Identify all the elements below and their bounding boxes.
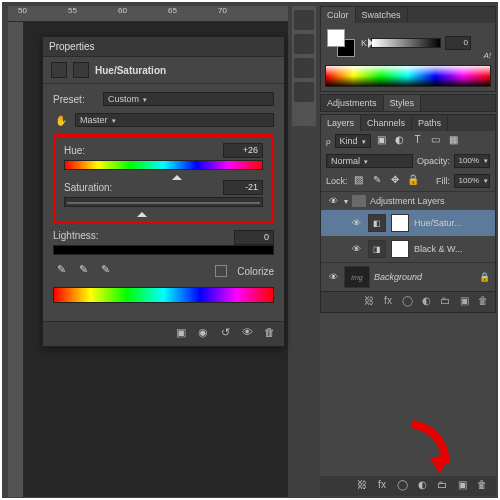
reset-icon[interactable]: ↺ — [216, 326, 234, 342]
filter-kind-dropdown[interactable]: Kind — [335, 134, 371, 148]
chevron-down-icon[interactable]: ▾ — [344, 197, 348, 206]
tab-adjustments[interactable]: Adjustments — [321, 95, 384, 111]
layer-style-icon[interactable]: fx — [380, 295, 396, 309]
hue-slider[interactable] — [64, 160, 263, 170]
filter-shape-icon[interactable]: ▭ — [429, 134, 443, 148]
colorize-checkbox[interactable] — [215, 265, 227, 277]
filter-type-icon[interactable]: T — [411, 134, 425, 148]
eyedropper-subtract-icon[interactable]: ✎ — [97, 263, 113, 279]
panel-icon[interactable] — [294, 58, 314, 78]
opacity-input[interactable]: 100% — [454, 154, 490, 168]
panel-icon[interactable] — [294, 82, 314, 102]
filter-pixel-icon[interactable]: ▣ — [375, 134, 389, 148]
color-spectrum[interactable] — [325, 65, 491, 87]
trash-icon[interactable]: 🗑 — [475, 295, 491, 309]
properties-tab[interactable]: Properties — [43, 37, 284, 57]
layer-row-background[interactable]: 👁 img Background 🔒 — [321, 262, 495, 291]
layer-name[interactable]: Hue/Satur... — [414, 218, 462, 228]
tab-paths[interactable]: Paths — [412, 115, 448, 131]
lightness-slider[interactable] — [53, 245, 274, 255]
view-previous-icon[interactable]: ◉ — [194, 326, 212, 342]
mask-icon[interactable] — [73, 62, 89, 78]
k-value-input[interactable]: 0 — [445, 36, 471, 50]
link-icon[interactable]: ⛓ — [354, 479, 370, 493]
lightness-input[interactable]: 0 — [234, 230, 274, 245]
panel-icon[interactable] — [294, 10, 314, 30]
hue-sat-layer-icon: ◧ — [368, 214, 386, 232]
link-layers-icon[interactable]: ⛓ — [361, 295, 377, 309]
new-layer-icon[interactable]: ▣ — [456, 295, 472, 309]
lock-pixels-icon[interactable]: ✎ — [370, 174, 384, 188]
hue-input[interactable]: +26 — [223, 143, 263, 158]
photoshop-window: 50 55 60 65 70 Properties Hue/Saturation… — [2, 2, 498, 498]
tab-swatches[interactable]: Swatches — [356, 7, 408, 23]
saturation-slider[interactable] — [64, 197, 263, 207]
foreground-background-swatch[interactable] — [327, 29, 355, 57]
ruler-vertical — [8, 22, 24, 497]
tab-styles[interactable]: Styles — [384, 95, 422, 111]
tab-color[interactable]: Color — [321, 7, 356, 23]
visibility-toggle[interactable]: 👁 — [326, 272, 340, 282]
lightness-label: Lightness: — [53, 230, 99, 245]
panel-icon[interactable] — [294, 34, 314, 54]
saturation-input[interactable]: -21 — [223, 180, 263, 195]
layer-mask-thumb[interactable] — [391, 240, 409, 258]
layer-thumbnail[interactable]: img — [344, 266, 370, 288]
eyedropper-icon[interactable]: ✎ — [53, 263, 69, 279]
dock-bottom-bar: ⛓ fx ◯ ◐ 🗀 ▣ 🗑 — [320, 476, 496, 496]
blend-mode-dropdown[interactable]: Normal — [326, 154, 413, 168]
ruler-tick: 55 — [68, 6, 77, 15]
preset-label: Preset: — [53, 94, 97, 105]
filter-smart-icon[interactable]: ▦ — [447, 134, 461, 148]
visibility-toggle[interactable]: 👁 — [349, 244, 363, 254]
k-slider[interactable] — [371, 38, 441, 48]
clip-to-layer-icon[interactable]: ▣ — [172, 326, 190, 342]
toggle-visibility-icon[interactable]: 👁 — [238, 326, 256, 342]
layer-row-hue-sat[interactable]: 👁 ◧ Hue/Satur... — [321, 210, 495, 236]
trash-icon[interactable]: 🗑 — [474, 479, 490, 493]
preset-row: Preset: Custom — [53, 92, 274, 106]
new-layer-icon[interactable]: ▣ — [454, 479, 470, 493]
channel-row: ✋ Master — [53, 112, 274, 128]
layer-mask-thumb[interactable] — [391, 214, 409, 232]
visibility-toggle[interactable]: 👁 — [326, 196, 340, 206]
scrubby-hand-icon[interactable]: ✋ — [53, 112, 69, 128]
highlight-annotation: Hue:+26 Saturation:-21 — [53, 134, 274, 224]
lock-transparency-icon[interactable]: ▨ — [352, 174, 366, 188]
layer-name[interactable]: Black & W... — [414, 244, 463, 254]
folder-icon — [352, 195, 366, 207]
eyedropper-add-icon[interactable]: ✎ — [75, 263, 91, 279]
group-name[interactable]: Adjustment Layers — [370, 196, 445, 206]
preset-dropdown[interactable]: Custom — [103, 92, 274, 106]
slider-knob[interactable] — [137, 207, 147, 217]
fill-input[interactable]: 100% — [454, 174, 490, 188]
layer-row-bw[interactable]: 👁 ◨ Black & W... — [321, 236, 495, 262]
properties-footer: ▣ ◉ ↺ 👁 🗑 — [43, 321, 284, 346]
adjustment-layer-icon[interactable]: ◐ — [418, 295, 434, 309]
collapsed-panel-strip[interactable] — [292, 6, 316, 126]
mask-icon[interactable]: ◯ — [394, 479, 410, 493]
gamut-warning-icon[interactable]: A! — [483, 51, 491, 60]
filter-adjust-icon[interactable]: ◐ — [393, 134, 407, 148]
layers-panel: Layers Channels Paths ρ Kind ▣ ◐ T ▭ ▦ N… — [320, 114, 496, 313]
visibility-toggle[interactable]: 👁 — [349, 218, 363, 228]
layer-name[interactable]: Background — [374, 272, 422, 282]
hue-range-bar — [53, 287, 274, 303]
adjustments-panel: Adjustments Styles — [320, 94, 496, 112]
folder-icon[interactable]: 🗀 — [434, 479, 450, 493]
adjustment-layer-icon[interactable]: ◐ — [414, 479, 430, 493]
trash-icon[interactable]: 🗑 — [260, 326, 278, 342]
ruler-horizontal: 50 55 60 65 70 — [8, 6, 288, 22]
group-icon[interactable]: 🗀 — [437, 295, 453, 309]
lock-position-icon[interactable]: ✥ — [388, 174, 402, 188]
hue-sat-icon — [51, 62, 67, 78]
lock-all-icon[interactable]: 🔒 — [406, 174, 420, 188]
layer-mask-icon[interactable]: ◯ — [399, 295, 415, 309]
ruler-tick: 65 — [168, 6, 177, 15]
channel-dropdown[interactable]: Master — [75, 113, 274, 127]
layer-group-row[interactable]: 👁 ▾ Adjustment Layers — [321, 191, 495, 210]
tab-channels[interactable]: Channels — [361, 115, 412, 131]
slider-knob[interactable] — [172, 170, 182, 180]
fx-icon[interactable]: fx — [374, 479, 390, 493]
tab-layers[interactable]: Layers — [321, 115, 361, 131]
